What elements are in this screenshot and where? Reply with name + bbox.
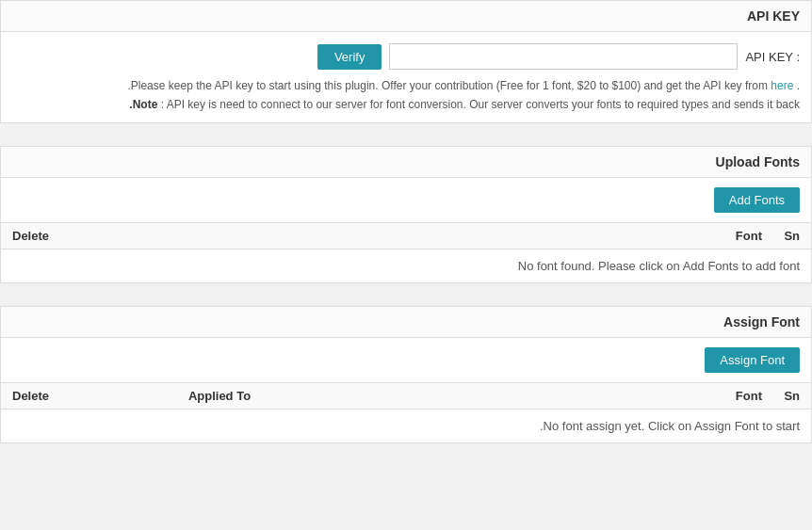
api-key-here-link[interactable]: here — [771, 79, 793, 92]
api-key-body: Verify API KEY : .Please keep the API ke… — [1, 32, 811, 122]
assign-font-toolbar: Assign Font — [1, 338, 811, 382]
assign-font-section: Assign Font Assign Font Delete Applied T… — [0, 306, 812, 443]
api-key-note: .Please keep the API key to start using … — [12, 79, 800, 92]
api-key-important-note: .Note : API key is need to connect to ou… — [12, 98, 800, 111]
assign-delete-column-header: Delete — [12, 389, 125, 403]
sn-column-header: Sn — [762, 229, 800, 243]
font-column-header: Font — [687, 229, 762, 243]
assign-font-table-header: Delete Applied To Font Sn — [1, 382, 811, 410]
applied-to-column-header: Applied To — [125, 389, 314, 403]
assign-font-empty-message: .No font assign yet. Click on Assign Fon… — [1, 410, 811, 442]
divider-2 — [0, 295, 812, 306]
divider-1 — [0, 135, 812, 146]
upload-fonts-title: Upload Fonts — [1, 147, 811, 178]
upload-fonts-empty-message: No font found. Please click on Add Fonts… — [1, 249, 811, 282]
api-key-section: API KEY Verify API KEY : .Please keep th… — [0, 0, 812, 123]
delete-column-header: Delete — [12, 229, 125, 243]
upload-fonts-section: Upload Fonts Add Fonts Delete Font Sn No… — [0, 146, 812, 283]
assign-font-column-header: Font — [687, 389, 762, 403]
api-key-input[interactable] — [389, 43, 738, 70]
assign-font-button[interactable]: Assign Font — [705, 347, 800, 373]
assign-sn-column-header: Sn — [762, 389, 800, 403]
api-key-field-label: API KEY : — [745, 50, 800, 64]
assign-font-title: Assign Font — [1, 307, 811, 338]
verify-button[interactable]: Verify — [317, 44, 382, 70]
add-fonts-button[interactable]: Add Fonts — [714, 187, 800, 213]
api-key-title: API KEY — [1, 1, 811, 32]
api-key-row: Verify API KEY : — [12, 43, 800, 70]
upload-fonts-table-header: Delete Font Sn — [1, 222, 811, 249]
upload-fonts-toolbar: Add Fonts — [1, 178, 811, 222]
